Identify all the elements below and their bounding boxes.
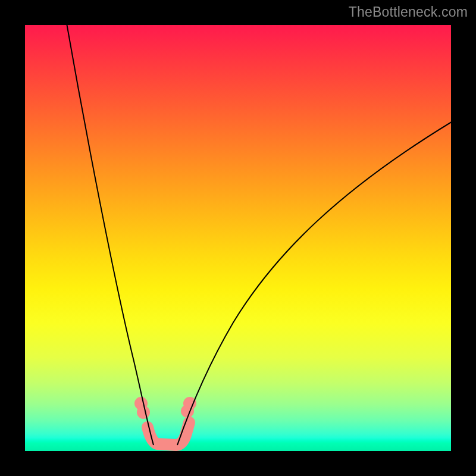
chart-stage: TheBottleneck.com <box>0 0 476 476</box>
plot-area <box>25 25 451 451</box>
left-branch <box>65 25 154 445</box>
right-branch <box>177 117 451 445</box>
svg-point-1 <box>137 406 150 419</box>
svg-point-3 <box>183 397 196 410</box>
curves-layer <box>25 25 451 451</box>
watermark-text: TheBottleneck.com <box>349 4 468 20</box>
